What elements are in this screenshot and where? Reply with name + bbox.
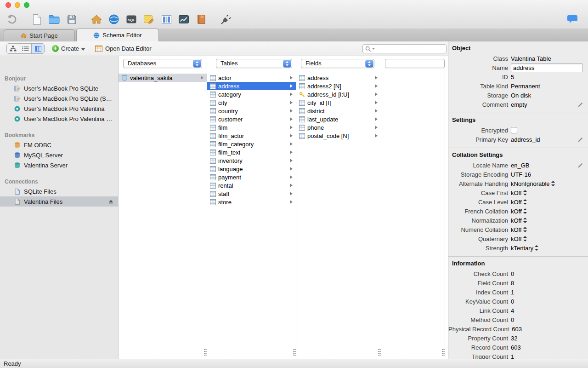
- french-collation-select[interactable]: kOff: [511, 208, 527, 215]
- quaternary-select[interactable]: kOff: [511, 236, 527, 242]
- notebook-icon: [14, 95, 21, 102]
- column-divider[interactable]: [445, 56, 445, 359]
- columns-view-button[interactable]: [32, 44, 44, 53]
- table-row[interactable]: staff: [207, 190, 296, 198]
- save-icon[interactable]: [64, 12, 79, 27]
- table-icon: [210, 199, 216, 205]
- field-row[interactable]: postal_code [N]: [296, 132, 381, 140]
- search-field[interactable]: [362, 44, 447, 53]
- sql-editor-icon[interactable]: SQL: [124, 12, 139, 27]
- open-folder-icon[interactable]: [47, 12, 62, 27]
- tables-dropdown[interactable]: Tables: [216, 59, 292, 68]
- eject-icon[interactable]: [108, 199, 113, 204]
- sidebar-item-valentina-files[interactable]: Valentina Files: [0, 196, 118, 207]
- table-row[interactable]: film_actor: [207, 132, 296, 140]
- table-row[interactable]: rental: [207, 181, 296, 190]
- column-divider[interactable]: [296, 56, 296, 359]
- strength-select[interactable]: kTertiary: [511, 245, 538, 252]
- name-input[interactable]: [511, 63, 583, 72]
- sidebar-item-sqlite-files[interactable]: SQLite Files: [0, 186, 118, 196]
- form-editor-icon[interactable]: [159, 12, 174, 27]
- tree-view-button[interactable]: [7, 44, 19, 53]
- table-row[interactable]: film_text: [207, 148, 296, 156]
- table-row[interactable]: inventory: [207, 156, 296, 165]
- connect-plug-icon[interactable]: [219, 12, 233, 27]
- diagram-editor-icon[interactable]: [141, 12, 156, 27]
- normalization-select[interactable]: kOff: [511, 217, 527, 224]
- create-button[interactable]: + Create: [52, 45, 85, 52]
- table-row[interactable]: category: [207, 90, 296, 98]
- edit-icon[interactable]: [577, 137, 583, 143]
- table-row[interactable]: actor: [207, 74, 296, 82]
- inspector-row-keyvalue-count: KeyValue Count0: [448, 297, 588, 306]
- table-row[interactable]: film: [207, 123, 296, 132]
- field-row[interactable]: address: [296, 74, 381, 82]
- field-row-label: last_update: [307, 116, 338, 123]
- field-row[interactable]: address_id [I:U]: [296, 90, 381, 98]
- inspector-section-title: Information: [448, 259, 588, 269]
- sidebar-item-user-s-macbook-pro-valentina[interactable]: User’s MacBook Pro Valentina: [0, 104, 118, 114]
- sidebar-item-fm-odbc[interactable]: FM ODBC: [0, 140, 118, 150]
- resize-grip-icon[interactable]: [378, 349, 381, 356]
- table-row[interactable]: address: [207, 82, 296, 90]
- sidebar-item-user-s-macbook-pro-sqlite-ssl[interactable]: User’s MacBook Pro SQLite (SSL): [0, 93, 118, 104]
- inspector-row-value: 1: [511, 353, 514, 359]
- zoom-window-button[interactable]: [24, 2, 29, 8]
- next-level-dropdown[interactable]: [385, 59, 445, 68]
- tab-schema-editor[interactable]: Schema Editor: [76, 29, 159, 41]
- minimize-window-button[interactable]: [15, 2, 20, 8]
- undo-icon[interactable]: [5, 12, 19, 27]
- edit-icon[interactable]: [577, 162, 583, 168]
- new-document-icon[interactable]: [29, 12, 44, 27]
- table-row[interactable]: customer: [207, 115, 296, 123]
- table-row-label: film_text: [218, 149, 240, 156]
- sidebar-item-user-s-macbook-pro-valentina-s[interactable]: User’s MacBook Pro Valentina (S…: [0, 114, 118, 124]
- open-data-editor-button[interactable]: Open Data Editor: [95, 45, 151, 52]
- sidebar-item-user-s-macbook-pro-sqlite[interactable]: User’s MacBook Pro SQLite: [0, 83, 118, 93]
- table-icon: [210, 174, 216, 180]
- tab-start-page[interactable]: Start Page: [4, 29, 75, 41]
- database-row[interactable]: valentina_sakila: [119, 74, 207, 82]
- case-first-select[interactable]: kOff: [511, 190, 527, 196]
- alternate-handling-select[interactable]: kNonIgnorable: [511, 180, 555, 187]
- field-row[interactable]: district: [296, 107, 381, 115]
- column-divider[interactable]: [381, 56, 381, 359]
- report-book-icon[interactable]: [194, 12, 209, 27]
- table-row[interactable]: city: [207, 98, 296, 107]
- encrypted-checkbox[interactable]: [511, 127, 517, 133]
- field-row[interactable]: address2 [N]: [296, 82, 381, 90]
- sidebar-item-valentina-server[interactable]: Valentina Server: [0, 160, 118, 170]
- resize-grip-icon[interactable]: [204, 349, 207, 356]
- numeric-collation-select[interactable]: kOff: [511, 226, 527, 233]
- table-row[interactable]: language: [207, 165, 296, 173]
- databases-dropdown[interactable]: Databases: [123, 59, 202, 68]
- table-row[interactable]: payment: [207, 173, 296, 181]
- value-text: kOff: [511, 208, 522, 215]
- sidebar-item-mysql-server[interactable]: MySQL Server: [0, 150, 118, 160]
- field-row[interactable]: last_update: [296, 115, 381, 123]
- table-row[interactable]: film_category: [207, 140, 296, 148]
- feedback-bubble-icon[interactable]: [565, 12, 580, 27]
- resize-grip-icon[interactable]: [442, 349, 445, 356]
- field-row[interactable]: phone: [296, 123, 381, 132]
- resize-grip-icon[interactable]: [293, 349, 296, 356]
- fields-dropdown[interactable]: Fields: [301, 59, 374, 68]
- inspector-row-storage: StorageOn disk: [448, 91, 588, 100]
- edit-icon[interactable]: [577, 102, 583, 108]
- table-row-label: actor: [218, 75, 232, 81]
- table-row[interactable]: store: [207, 198, 296, 206]
- table-row[interactable]: country: [207, 107, 296, 115]
- search-input[interactable]: [376, 46, 444, 52]
- chart-editor-icon[interactable]: [176, 12, 191, 27]
- inspector-row-label: Table Kind: [448, 83, 511, 90]
- case-level-select[interactable]: kOff: [511, 199, 527, 206]
- column-divider[interactable]: [207, 56, 207, 359]
- list-view-button[interactable]: [19, 44, 32, 53]
- close-window-button[interactable]: [6, 2, 11, 8]
- search-icon: [365, 46, 371, 52]
- chevron-right-icon: [290, 159, 293, 162]
- start-page-home-icon[interactable]: [89, 12, 104, 27]
- inspector-row-label: Strength: [448, 245, 511, 252]
- schema-editor-icon[interactable]: [107, 12, 121, 27]
- field-row[interactable]: city_id [I]: [296, 98, 381, 107]
